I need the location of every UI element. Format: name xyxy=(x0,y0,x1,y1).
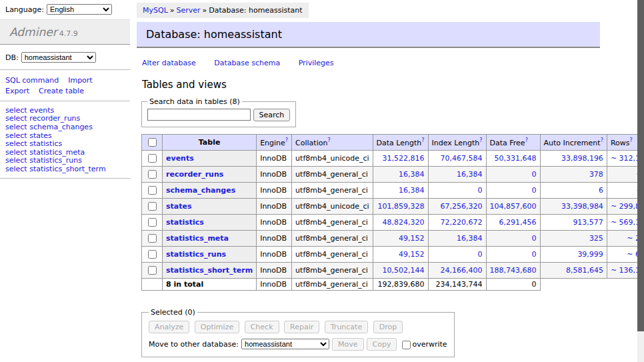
data-length-link[interactable]: 49,152 xyxy=(399,234,425,243)
data-free-link[interactable]: 104,857,600 xyxy=(490,202,537,211)
data-free-link[interactable]: 0 xyxy=(532,250,537,259)
optimize-button[interactable]: Optimize xyxy=(195,321,239,333)
index-length-link[interactable]: 16,384 xyxy=(457,170,483,179)
table-row: statistics_short_term InnoDB utf8mb4_gen… xyxy=(142,263,644,279)
search-button[interactable]: Search xyxy=(253,109,291,121)
row-checkbox[interactable] xyxy=(148,186,157,195)
data-length-link[interactable]: 48,824,320 xyxy=(383,218,425,227)
collation-cell: utf8mb4_general_ci xyxy=(292,263,373,279)
privileges-link[interactable]: Privileges xyxy=(299,59,334,67)
data-length-link[interactable]: 10,502,144 xyxy=(383,266,425,275)
data-free-link[interactable]: 50,331,648 xyxy=(495,154,537,163)
check-button[interactable]: Check xyxy=(245,321,279,333)
copy-button[interactable]: Copy xyxy=(367,338,397,351)
data-length-link[interactable]: 101,859,328 xyxy=(378,202,425,211)
vertical-scrollbar[interactable] xyxy=(637,0,644,362)
move-database-select[interactable]: homeassistant xyxy=(241,339,329,349)
table-name-link[interactable]: schema_changes xyxy=(166,186,235,195)
analyze-button[interactable]: Analyze xyxy=(149,321,189,333)
search-fieldset: Search data in tables (8) Search xyxy=(141,97,296,127)
breadcrumb-server-link[interactable]: Server xyxy=(177,6,201,15)
index-length-link[interactable]: 0 xyxy=(478,186,483,195)
database-schema-link[interactable]: Database schema xyxy=(214,59,280,67)
data-length-link[interactable]: 16,384 xyxy=(399,170,425,179)
sidebar-create-table-link[interactable]: Create table xyxy=(39,87,84,95)
collation-cell: utf8mb4_unicode_ci xyxy=(292,199,373,215)
sidebar-import-link[interactable]: Import xyxy=(68,76,93,85)
breadcrumb-mysql-link[interactable]: MySQL xyxy=(143,6,168,15)
data-length-link[interactable]: 49,152 xyxy=(399,250,425,259)
sidebar-select-statistics[interactable]: select statistics xyxy=(5,140,125,149)
row-checkbox-cell xyxy=(142,231,163,247)
index-length-link[interactable]: 70,467,584 xyxy=(441,154,483,163)
app-version: 4.7.9 xyxy=(59,29,78,38)
table-name-link[interactable]: statistics_short_term xyxy=(166,266,253,275)
data-free-link[interactable]: 188,743,680 xyxy=(490,266,537,275)
data-free-link[interactable]: 0 xyxy=(532,186,537,195)
index-length-help-link[interactable]: ? xyxy=(479,137,482,143)
data-length-cell: 16,384 xyxy=(373,183,428,199)
auto-increment-link[interactable]: 325 xyxy=(589,234,603,243)
auto-increment-link[interactable]: 6 xyxy=(599,186,603,195)
row-checkbox[interactable] xyxy=(148,234,157,243)
table-name-cell: events xyxy=(163,151,257,167)
scrollbar-thumb[interactable] xyxy=(637,0,644,331)
data-length-link[interactable]: 16,384 xyxy=(399,186,425,195)
app-name[interactable]: Adminer xyxy=(9,25,57,39)
row-checkbox[interactable] xyxy=(148,218,157,227)
data-free-cell: 50,331,648 xyxy=(486,151,540,167)
db-select[interactable]: homeassistant xyxy=(21,52,96,63)
data-free-link[interactable]: 0 xyxy=(532,170,537,179)
language-select[interactable]: English xyxy=(47,4,112,15)
sidebar-export-link[interactable]: Export xyxy=(5,87,29,95)
col-header-table: Table xyxy=(163,135,257,151)
overwrite-checkbox[interactable] xyxy=(402,341,411,349)
drop-button[interactable]: Drop xyxy=(373,321,403,333)
sidebar-select-schema-changes[interactable]: select schema_changes xyxy=(5,123,125,132)
sidebar-sql-command-link[interactable]: SQL command xyxy=(5,76,59,85)
table-name-link[interactable]: statistics_runs xyxy=(166,250,226,259)
index-length-link[interactable]: 0 xyxy=(478,250,483,259)
table-name-link[interactable]: statistics_meta xyxy=(166,234,229,243)
row-checkbox[interactable] xyxy=(148,154,157,163)
auto-increment-cell: 39,999 xyxy=(540,247,607,263)
collation-help-link[interactable]: ? xyxy=(327,137,330,143)
auto-increment-link[interactable]: 39,999 xyxy=(577,250,603,259)
auto-increment-link[interactable]: 913,577 xyxy=(573,218,603,227)
index-length-link[interactable]: 72,220,672 xyxy=(441,218,483,227)
auto-increment-link[interactable]: 33,398,984 xyxy=(561,202,603,211)
table-name-link[interactable]: events xyxy=(166,154,194,163)
select-all-checkbox[interactable] xyxy=(148,138,157,147)
move-button[interactable]: Move xyxy=(332,338,364,351)
row-checkbox[interactable] xyxy=(148,202,157,211)
search-input[interactable] xyxy=(147,109,251,121)
sidebar-select-statistics-short-term[interactable]: select statistics_short_term xyxy=(5,165,125,174)
row-checkbox[interactable] xyxy=(148,266,157,275)
alter-database-link[interactable]: Alter database xyxy=(142,59,196,67)
row-checkbox[interactable] xyxy=(148,170,157,179)
auto-increment-link[interactable]: 33,898,196 xyxy=(561,154,603,163)
index-length-link[interactable]: 24,166,400 xyxy=(441,266,483,275)
row-checkbox-cell xyxy=(142,199,163,215)
repair-button[interactable]: Repair xyxy=(284,321,319,333)
auto-increment-link[interactable]: 8,581,645 xyxy=(566,266,603,275)
truncate-button[interactable]: Truncate xyxy=(325,321,368,333)
auto-increment-link[interactable]: 378 xyxy=(589,170,603,179)
table-name-link[interactable]: statistics xyxy=(166,218,204,227)
app-header: Adminer4.7.9 xyxy=(0,19,130,45)
totals-index-length: 234,143,744 xyxy=(428,279,486,291)
index-length-link[interactable]: 67,256,320 xyxy=(441,202,483,211)
engine-help-link[interactable]: ? xyxy=(285,137,288,143)
data-length-link[interactable]: 31,522,816 xyxy=(383,154,425,163)
row-checkbox[interactable] xyxy=(148,250,157,259)
data-free-link[interactable]: 6,291,456 xyxy=(499,218,537,227)
data-free-link[interactable]: 0 xyxy=(532,234,537,243)
index-length-link[interactable]: 16,384 xyxy=(457,234,483,243)
rows-help-link[interactable]: ? xyxy=(629,137,632,143)
auto-increment-help-link[interactable]: ? xyxy=(601,137,603,143)
table-name-link[interactable]: recorder_runs xyxy=(166,170,223,179)
table-row: statistics_meta InnoDB utf8mb4_general_c… xyxy=(142,231,644,247)
data-length-help-link[interactable]: ? xyxy=(421,137,424,143)
data-free-help-link[interactable]: ? xyxy=(525,137,528,143)
table-name-link[interactable]: states xyxy=(166,202,192,211)
